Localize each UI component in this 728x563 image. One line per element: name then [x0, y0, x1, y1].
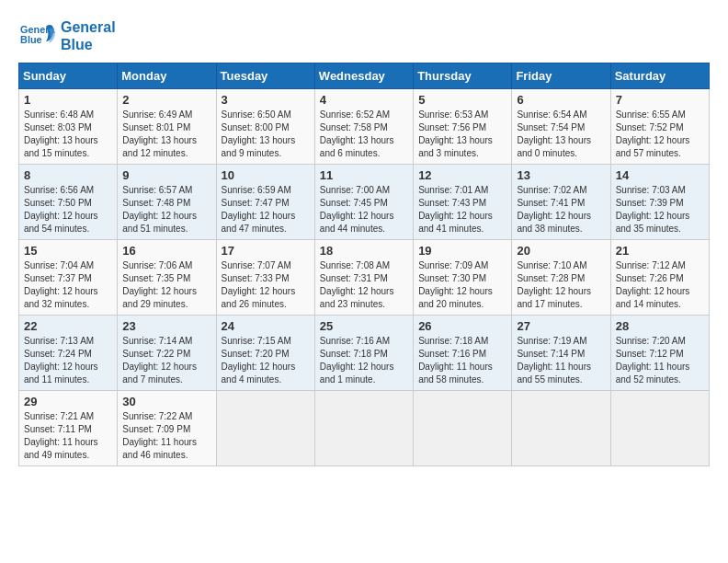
day-number: 28 — [616, 319, 705, 333]
calendar-table: SundayMondayTuesdayWednesdayThursdayFrid… — [18, 63, 710, 466]
day-cell: 1Sunrise: 6:48 AMSunset: 8:03 PMDaylight… — [19, 89, 118, 165]
week-row-5: 29Sunrise: 7:21 AMSunset: 7:11 PMDayligh… — [19, 391, 710, 466]
day-number: 23 — [122, 319, 211, 333]
day-number: 22 — [24, 319, 113, 333]
day-number: 18 — [320, 244, 409, 258]
day-cell: 13Sunrise: 7:02 AMSunset: 7:41 PMDayligh… — [512, 165, 610, 240]
day-cell: 9Sunrise: 6:57 AMSunset: 7:48 PMDaylight… — [118, 165, 216, 240]
day-number: 5 — [418, 93, 507, 107]
day-number: 20 — [517, 244, 606, 258]
day-cell: 26Sunrise: 7:18 AMSunset: 7:16 PMDayligh… — [414, 316, 512, 391]
day-cell: 25Sunrise: 7:16 AMSunset: 7:18 PMDayligh… — [314, 316, 413, 391]
day-number: 10 — [222, 168, 311, 182]
day-cell: 14Sunrise: 7:03 AMSunset: 7:39 PMDayligh… — [610, 165, 709, 240]
logo: General Blue General Blue — [18, 18, 116, 53]
day-number: 6 — [517, 93, 606, 107]
day-number: 13 — [517, 168, 606, 182]
day-info: Sunrise: 7:01 AMSunset: 7:43 PMDaylight:… — [418, 184, 507, 236]
day-cell: 24Sunrise: 7:15 AMSunset: 7:20 PMDayligh… — [216, 316, 314, 391]
day-cell: 12Sunrise: 7:01 AMSunset: 7:43 PMDayligh… — [414, 165, 512, 240]
day-info: Sunrise: 7:21 AMSunset: 7:11 PMDaylight:… — [24, 410, 113, 462]
day-info: Sunrise: 6:50 AMSunset: 8:00 PMDaylight:… — [222, 109, 311, 160]
logo-text: General — [61, 18, 116, 36]
day-info: Sunrise: 6:55 AMSunset: 7:52 PMDaylight:… — [616, 109, 705, 160]
day-number: 1 — [24, 93, 113, 107]
day-cell: 10Sunrise: 6:59 AMSunset: 7:47 PMDayligh… — [216, 165, 314, 240]
day-cell: 27Sunrise: 7:19 AMSunset: 7:14 PMDayligh… — [512, 316, 610, 391]
day-cell: 4Sunrise: 6:52 AMSunset: 7:58 PMDaylight… — [314, 89, 413, 165]
day-cell: 2Sunrise: 6:49 AMSunset: 8:01 PMDaylight… — [118, 89, 216, 165]
calendar-body: 1Sunrise: 6:48 AMSunset: 8:03 PMDaylight… — [19, 89, 710, 466]
day-info: Sunrise: 7:13 AMSunset: 7:24 PMDaylight:… — [24, 335, 113, 386]
day-number: 4 — [320, 93, 409, 107]
day-number: 3 — [222, 93, 311, 107]
day-cell: 11Sunrise: 7:00 AMSunset: 7:45 PMDayligh… — [314, 165, 413, 240]
day-cell — [512, 391, 610, 466]
day-info: Sunrise: 6:59 AMSunset: 7:47 PMDaylight:… — [222, 184, 311, 236]
day-info: Sunrise: 7:03 AMSunset: 7:39 PMDaylight:… — [616, 184, 705, 236]
day-cell: 8Sunrise: 6:56 AMSunset: 7:50 PMDaylight… — [19, 165, 118, 240]
day-cell: 7Sunrise: 6:55 AMSunset: 7:52 PMDaylight… — [610, 89, 709, 165]
page-header: General Blue General Blue — [18, 18, 710, 53]
day-info: Sunrise: 7:12 AMSunset: 7:26 PMDaylight:… — [616, 259, 705, 311]
day-info: Sunrise: 7:10 AMSunset: 7:28 PMDaylight:… — [517, 259, 606, 311]
day-cell — [610, 391, 709, 466]
day-info: Sunrise: 7:04 AMSunset: 7:37 PMDaylight:… — [24, 259, 113, 311]
day-cell: 20Sunrise: 7:10 AMSunset: 7:28 PMDayligh… — [512, 240, 610, 316]
day-info: Sunrise: 6:57 AMSunset: 7:48 PMDaylight:… — [122, 184, 211, 236]
week-row-1: 1Sunrise: 6:48 AMSunset: 8:03 PMDaylight… — [19, 89, 710, 165]
day-info: Sunrise: 7:08 AMSunset: 7:31 PMDaylight:… — [320, 259, 409, 311]
weekday-monday: Monday — [118, 63, 216, 89]
day-info: Sunrise: 7:00 AMSunset: 7:45 PMDaylight:… — [320, 184, 409, 236]
day-cell — [314, 391, 413, 466]
day-number: 29 — [24, 395, 113, 408]
day-cell: 3Sunrise: 6:50 AMSunset: 8:00 PMDaylight… — [216, 89, 314, 165]
day-info: Sunrise: 6:52 AMSunset: 7:58 PMDaylight:… — [320, 109, 409, 160]
weekday-header-row: SundayMondayTuesdayWednesdayThursdayFrid… — [19, 63, 710, 89]
day-cell: 21Sunrise: 7:12 AMSunset: 7:26 PMDayligh… — [610, 240, 709, 316]
day-cell: 5Sunrise: 6:53 AMSunset: 7:56 PMDaylight… — [414, 89, 512, 165]
weekday-thursday: Thursday — [414, 63, 512, 89]
day-info: Sunrise: 7:19 AMSunset: 7:14 PMDaylight:… — [517, 335, 606, 386]
day-info: Sunrise: 6:53 AMSunset: 7:56 PMDaylight:… — [418, 109, 507, 160]
weekday-tuesday: Tuesday — [216, 63, 314, 89]
day-cell — [216, 391, 314, 466]
day-cell: 16Sunrise: 7:06 AMSunset: 7:35 PMDayligh… — [118, 240, 216, 316]
day-info: Sunrise: 6:49 AMSunset: 8:01 PMDaylight:… — [122, 109, 211, 160]
day-number: 24 — [222, 319, 311, 333]
weekday-wednesday: Wednesday — [314, 63, 413, 89]
day-number: 21 — [616, 244, 705, 258]
day-cell: 18Sunrise: 7:08 AMSunset: 7:31 PMDayligh… — [314, 240, 413, 316]
day-info: Sunrise: 7:15 AMSunset: 7:20 PMDaylight:… — [222, 335, 311, 386]
day-cell: 17Sunrise: 7:07 AMSunset: 7:33 PMDayligh… — [216, 240, 314, 316]
day-cell — [414, 391, 512, 466]
day-number: 15 — [24, 244, 113, 258]
day-number: 25 — [320, 319, 409, 333]
weekday-saturday: Saturday — [610, 63, 709, 89]
day-cell: 30Sunrise: 7:22 AMSunset: 7:09 PMDayligh… — [118, 391, 216, 466]
day-info: Sunrise: 6:48 AMSunset: 8:03 PMDaylight:… — [24, 109, 113, 160]
day-cell: 29Sunrise: 7:21 AMSunset: 7:11 PMDayligh… — [19, 391, 118, 466]
day-info: Sunrise: 7:09 AMSunset: 7:30 PMDaylight:… — [418, 259, 507, 311]
week-row-3: 15Sunrise: 7:04 AMSunset: 7:37 PMDayligh… — [19, 240, 710, 316]
weekday-sunday: Sunday — [19, 63, 118, 89]
day-cell: 6Sunrise: 6:54 AMSunset: 7:54 PMDaylight… — [512, 89, 610, 165]
day-number: 14 — [616, 168, 705, 182]
week-row-4: 22Sunrise: 7:13 AMSunset: 7:24 PMDayligh… — [19, 316, 710, 391]
day-number: 27 — [517, 319, 606, 333]
day-info: Sunrise: 7:02 AMSunset: 7:41 PMDaylight:… — [517, 184, 606, 236]
day-cell: 19Sunrise: 7:09 AMSunset: 7:30 PMDayligh… — [414, 240, 512, 316]
day-cell: 28Sunrise: 7:20 AMSunset: 7:12 PMDayligh… — [610, 316, 709, 391]
day-number: 17 — [222, 244, 311, 258]
day-info: Sunrise: 7:14 AMSunset: 7:22 PMDaylight:… — [122, 335, 211, 386]
day-cell: 22Sunrise: 7:13 AMSunset: 7:24 PMDayligh… — [19, 316, 118, 391]
day-number: 16 — [122, 244, 211, 258]
day-number: 12 — [418, 168, 507, 182]
day-info: Sunrise: 6:56 AMSunset: 7:50 PMDaylight:… — [24, 184, 113, 236]
day-number: 8 — [24, 168, 113, 182]
day-cell: 23Sunrise: 7:14 AMSunset: 7:22 PMDayligh… — [118, 316, 216, 391]
week-row-2: 8Sunrise: 6:56 AMSunset: 7:50 PMDaylight… — [19, 165, 710, 240]
day-info: Sunrise: 6:54 AMSunset: 7:54 PMDaylight:… — [517, 109, 606, 160]
day-cell: 15Sunrise: 7:04 AMSunset: 7:37 PMDayligh… — [19, 240, 118, 316]
day-number: 26 — [418, 319, 507, 333]
